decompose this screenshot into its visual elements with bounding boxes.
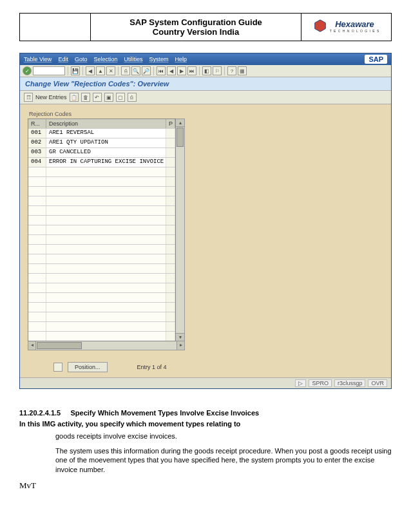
hscroll-thumb[interactable] <box>37 342 82 349</box>
cell-code[interactable] <box>28 322 46 331</box>
exit-icon[interactable]: ▲ <box>96 66 105 75</box>
cell-desc[interactable] <box>46 187 166 196</box>
table-row[interactable]: 004ERROR IN CAPTURING EXCISE INVOICE <box>28 157 175 167</box>
cell-code[interactable] <box>28 245 46 254</box>
cell-desc[interactable] <box>46 225 166 234</box>
shortcut-icon[interactable]: ⚐ <box>213 66 222 75</box>
cell-code[interactable] <box>28 167 46 176</box>
cell-desc[interactable]: ARE1 REVERSAL <box>46 129 166 138</box>
cell-desc[interactable] <box>46 264 166 273</box>
copy-icon[interactable]: 📋 <box>70 93 79 102</box>
cell-p[interactable] <box>166 254 175 263</box>
cell-code[interactable]: 003 <box>28 148 46 157</box>
firstpage-icon[interactable]: ⏮ <box>157 66 166 75</box>
cell-desc[interactable]: ARE1 QTY UPDATION <box>46 138 166 147</box>
cell-code[interactable] <box>28 187 46 196</box>
cell-desc[interactable] <box>46 167 166 176</box>
menu-utilities[interactable]: Utilities <box>124 56 142 62</box>
cell-p[interactable] <box>166 235 175 244</box>
scroll-up-icon[interactable]: ▴ <box>176 119 184 127</box>
table-row[interactable] <box>28 225 175 234</box>
cell-code[interactable] <box>28 177 46 186</box>
cell-p[interactable] <box>166 216 175 225</box>
table-row[interactable] <box>28 312 175 321</box>
table-row[interactable] <box>28 244 175 254</box>
cell-p[interactable] <box>166 274 175 283</box>
cell-p[interactable] <box>166 245 175 254</box>
cell-p[interactable] <box>166 206 175 215</box>
scroll-down-icon[interactable]: ▾ <box>176 333 184 341</box>
cell-p[interactable] <box>166 177 175 186</box>
cell-p[interactable] <box>166 332 175 341</box>
cell-p[interactable] <box>166 312 175 321</box>
hscroll-left-icon[interactable]: ◂ <box>28 341 36 350</box>
table-row[interactable] <box>28 254 175 263</box>
cancel-icon[interactable]: ✕ <box>106 66 115 75</box>
position-icon[interactable] <box>53 363 62 372</box>
cell-desc[interactable] <box>46 293 166 302</box>
help-icon[interactable]: ? <box>227 66 236 75</box>
cell-code[interactable]: 004 <box>28 158 46 167</box>
save-icon[interactable]: 💾 <box>71 66 80 75</box>
col-p[interactable]: P <box>166 119 175 128</box>
prevpage-icon[interactable]: ◀ <box>167 66 176 75</box>
menu-goto[interactable]: Goto <box>75 56 88 62</box>
cell-code[interactable] <box>28 332 46 341</box>
hscroll-right-icon[interactable]: ▸ <box>177 341 184 350</box>
layout-icon[interactable]: ▦ <box>238 66 247 75</box>
menu-edit[interactable]: Edit <box>58 56 68 62</box>
cell-code[interactable]: 001 <box>28 129 46 138</box>
command-field[interactable] <box>33 66 65 75</box>
table-row[interactable] <box>28 302 175 312</box>
cell-code[interactable]: 002 <box>28 138 46 147</box>
table-row[interactable] <box>28 196 175 205</box>
table-row[interactable] <box>28 292 175 302</box>
table-row[interactable] <box>28 283 175 292</box>
deselect-icon[interactable]: ▢ <box>116 93 125 102</box>
cell-code[interactable] <box>28 216 46 225</box>
cell-desc[interactable] <box>46 332 166 341</box>
cell-p[interactable] <box>166 264 175 273</box>
menu-system[interactable]: System <box>149 56 168 62</box>
horizontal-scrollbar[interactable]: ◂ ▸ <box>28 341 185 350</box>
table-row[interactable] <box>28 331 175 341</box>
cell-p[interactable] <box>166 303 175 312</box>
delete-icon[interactable]: 🗑 <box>81 93 90 102</box>
vertical-scrollbar[interactable]: ▴ ▾ <box>176 119 185 341</box>
table-row[interactable] <box>28 263 175 273</box>
findnext-icon[interactable]: 🔎 <box>142 66 151 75</box>
cell-desc[interactable] <box>46 245 166 254</box>
cell-desc[interactable] <box>46 312 166 321</box>
cell-p[interactable] <box>166 196 175 205</box>
cell-code[interactable] <box>28 235 46 244</box>
cell-p[interactable] <box>166 129 175 138</box>
cell-p[interactable] <box>166 138 175 147</box>
scroll-thumb[interactable] <box>177 128 184 147</box>
find-icon[interactable]: 🔍 <box>131 66 140 75</box>
table-row[interactable] <box>28 273 175 283</box>
cell-p[interactable] <box>166 293 175 302</box>
cell-code[interactable] <box>28 264 46 273</box>
menu-tableview[interactable]: Table View <box>24 56 52 62</box>
cell-p[interactable] <box>166 158 175 167</box>
cell-p[interactable] <box>166 167 175 176</box>
print-icon-2[interactable]: ⎙ <box>128 93 137 102</box>
cell-desc[interactable] <box>46 216 166 225</box>
back-icon[interactable]: ◀ <box>86 66 95 75</box>
cell-desc[interactable] <box>46 177 166 186</box>
cell-desc[interactable] <box>46 283 166 292</box>
cell-p[interactable] <box>166 187 175 196</box>
cell-desc[interactable] <box>46 235 166 244</box>
enter-icon[interactable]: ✓ <box>23 66 32 75</box>
menu-help[interactable]: Help <box>175 56 187 62</box>
table-row[interactable]: 002ARE1 QTY UPDATION <box>28 138 175 147</box>
print-icon[interactable]: ⎙ <box>121 66 130 75</box>
cell-code[interactable] <box>28 254 46 263</box>
nextpage-icon[interactable]: ▶ <box>177 66 186 75</box>
table-row[interactable] <box>28 234 175 244</box>
cell-p[interactable] <box>166 225 175 234</box>
table-row[interactable] <box>28 176 175 186</box>
cell-code[interactable] <box>28 196 46 205</box>
table-row[interactable]: 001ARE1 REVERSAL <box>28 128 175 138</box>
cell-desc[interactable] <box>46 196 166 205</box>
